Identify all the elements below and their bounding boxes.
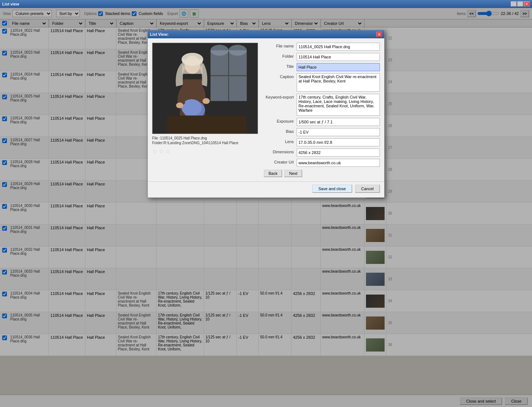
filename-field-row: File name [264,43,380,51]
creator-input[interactable] [297,159,380,167]
exposure-label: Exposure [264,118,297,123]
dimensions-field-row: Dimensions [264,149,380,157]
app-title: List view [2,2,19,6]
filename-label: File name [264,43,297,48]
cancel-btn[interactable]: Cancel [355,185,380,193]
caption-textarea[interactable]: Sealed Knot English Civil War re-enactme… [297,73,380,92]
filename-input[interactable] [297,43,380,51]
svg-point-11 [176,103,184,108]
lens-input[interactable] [297,138,380,146]
close-btn[interactable]: ✕ [524,1,530,7]
modal-overlay: List View: ✕ [0,8,532,407]
modal-title: List View: [150,32,169,37]
keyword-textarea[interactable]: 17th century, Crafts, English Civil War,… [297,94,380,116]
svg-point-4 [211,45,229,56]
main-container: View Column presets Sort by Options Stac… [0,8,532,407]
creator-field-row: Creator Url [264,159,380,167]
lens-label: Lens [264,138,297,144]
modal-nav: Back Next [264,170,380,177]
creator-label: Creator Url [264,159,297,164]
exposure-field-row: Exposure [264,118,380,126]
bias-input[interactable] [297,128,380,136]
dimensions-input[interactable] [297,149,380,157]
modal-filepath: File :110514_0025 Hall Place.dng [152,136,258,140]
keyword-label: Keyword-export [264,94,297,99]
modal-title-bar: List View: ✕ [148,30,384,38]
svg-point-5 [229,45,247,56]
maximize-btn[interactable]: □ [517,1,523,7]
modal-footer: Save and close Cancel [148,181,384,196]
modal-stars: ☆ ☆ ☆ [152,148,258,155]
folder-input[interactable] [297,53,380,61]
modal-left-panel: File :110514_0025 Hall Place.dng Folder:… [152,43,258,177]
svg-rect-8 [182,59,203,74]
svg-point-12 [203,98,210,104]
star-3[interactable]: ☆ [165,148,170,155]
modal-close-icon[interactable]: ✕ [376,32,382,37]
next-btn[interactable]: Next [284,170,302,177]
title-label: Title [264,63,297,69]
folder-field-row: Folder [264,53,380,61]
bias-field-row: Bias [264,128,380,136]
lens-field-row: Lens [264,138,380,146]
window-controls: ─ □ ✕ [511,1,530,7]
folder-label: Folder [264,53,297,58]
title-bar: List view ─ □ ✕ [0,0,532,8]
star-2[interactable]: ☆ [159,148,164,155]
svg-rect-13 [167,115,247,134]
star-1[interactable]: ☆ [152,148,157,155]
modal-folderpath: Folder:R:\Landing Zone\DNG_104\110514 Ha… [152,141,258,145]
title-input[interactable] [297,63,380,71]
dimensions-label: Dimensions [264,149,297,154]
caption-field-row: Caption Sealed Knot English Civil War re… [264,73,380,92]
modal-image [152,43,258,134]
title-field-row: Title [264,63,380,71]
exposure-input[interactable] [297,118,380,126]
modal-right-panel: File name Folder Title Caption Sealed Kn… [264,43,380,177]
keyword-field-row: Keyword-export 17th century, Crafts, Eng… [264,94,380,116]
minimize-btn[interactable]: ─ [511,1,517,7]
modal-body: File :110514_0025 Hall Place.dng Folder:… [148,38,384,181]
back-btn[interactable]: Back [264,170,282,177]
bias-label: Bias [264,128,297,134]
save-close-btn[interactable]: Save and close [312,185,352,193]
list-view-modal: List View: ✕ [147,30,385,198]
caption-label: Caption [264,73,297,79]
